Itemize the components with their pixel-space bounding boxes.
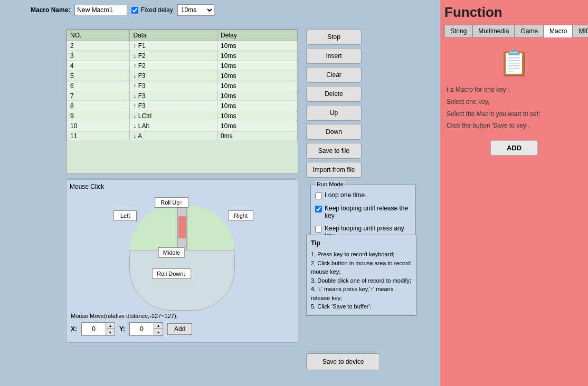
cell-no: 11: [67, 131, 130, 141]
cell-data: ↓ F3: [130, 91, 217, 101]
cell-delay: 10ms: [217, 51, 298, 61]
y-input[interactable]: [130, 323, 154, 335]
import-from-file-button[interactable]: Import from file: [306, 162, 362, 178]
cell-data: ↓ F3: [130, 71, 217, 81]
cell-data: ↑ F2: [130, 61, 217, 71]
x-input-wrap: ▲ ▼: [81, 322, 115, 336]
table-row[interactable]: 10 ↓ LAlt 10ms: [67, 121, 298, 131]
tip-item: 4, '↓' means press key,'↑' means release…: [311, 285, 412, 302]
table-row[interactable]: 2 ↑ F1 10ms: [67, 41, 298, 51]
table-row[interactable]: 7 ↓ F3 10ms: [67, 91, 298, 101]
cell-no: 4: [67, 61, 130, 71]
table-row[interactable]: 5 ↓ F3 10ms: [67, 71, 298, 81]
tab-game[interactable]: Game: [515, 25, 544, 37]
tip-item: 2, Click button in mouse area to record …: [311, 259, 412, 276]
function-title: Function: [444, 4, 502, 20]
mouse-visual-area: Roll Up↑ Left Middle Right Roll Down↓: [92, 195, 272, 311]
loop-one-checkbox[interactable]: [315, 192, 322, 199]
tip-item: 1, Press key to record keyboard;: [311, 250, 412, 259]
macro-table-container: NO. Data Delay 2 ↑ F1 10ms 3 ↓ F2 10ms 4…: [66, 29, 298, 174]
roll-down-btn[interactable]: Roll Down↓: [152, 268, 191, 279]
x-spin-down[interactable]: ▼: [106, 329, 115, 335]
buttons-panel: Stop Insert Clear Delete Up Down Save to…: [306, 29, 362, 178]
cell-delay: 10ms: [217, 111, 298, 121]
keep-looping-release-option[interactable]: Keep looping until release the key: [315, 205, 411, 219]
mouse-click-panel: Mouse Click Roll Up↑ Left: [66, 179, 298, 343]
mouse-body: [129, 205, 235, 311]
fixed-delay-checkbox[interactable]: [131, 7, 138, 14]
tip-item: 3, Double click one of record to modify;: [311, 276, 412, 285]
mouse-scroll-indicator: [178, 216, 186, 238]
y-spin-up[interactable]: ▲: [154, 323, 163, 329]
save-to-file-button[interactable]: Save to file: [306, 143, 362, 159]
tab-multimedia[interactable]: Multimedia: [472, 25, 515, 37]
middle-mouse-button[interactable]: Middle: [158, 247, 185, 258]
x-spinner: ▲ ▼: [106, 323, 115, 335]
tab-string[interactable]: String: [444, 25, 472, 37]
cell-no: 10: [67, 121, 130, 131]
roll-down-button[interactable]: Roll Down↓: [152, 268, 191, 279]
tab-midi[interactable]: MIDI: [573, 25, 588, 37]
clear-button[interactable]: Clear: [306, 67, 362, 83]
stop-button[interactable]: Stop: [306, 29, 362, 45]
insert-button[interactable]: Insert: [306, 48, 362, 64]
cell-no: 6: [67, 81, 130, 91]
cell-data: ↓ F2: [130, 51, 217, 61]
roll-up-btn[interactable]: Roll Up↑: [155, 197, 188, 208]
y-spin-down[interactable]: ▼: [154, 329, 163, 335]
add-macro-button[interactable]: ADD: [490, 140, 538, 156]
middle-btn[interactable]: Middle: [158, 247, 185, 258]
right-mouse-button[interactable]: Right: [228, 210, 253, 221]
table-row[interactable]: 6 ↑ F3 10ms: [67, 81, 298, 91]
delete-button[interactable]: Delete: [306, 86, 362, 102]
left-mouse-button[interactable]: Left: [113, 210, 137, 221]
mouse-middle-area: [177, 206, 187, 250]
delay-select[interactable]: 10ms 20ms 50ms 100ms: [177, 4, 214, 16]
instruction-2: Select one key,: [447, 96, 584, 108]
left-btn[interactable]: Left: [113, 210, 137, 221]
loop-one-option[interactable]: Loop one time: [315, 191, 411, 199]
table-row[interactable]: 8 ↑ F3 10ms: [67, 101, 298, 111]
up-button[interactable]: Up: [306, 105, 362, 121]
col-data: Data: [130, 30, 217, 41]
instruction-4: Click the button 'Save to key'.: [447, 120, 584, 132]
table-row[interactable]: 4 ↑ F2 10ms: [67, 61, 298, 71]
tip-box: Tip 1, Press key to record keyboard;2, C…: [306, 235, 417, 316]
mouse-right-area: [187, 206, 234, 250]
cell-data: ↓ LCtrl: [130, 111, 217, 121]
table-row[interactable]: 9 ↓ LCtrl 10ms: [67, 111, 298, 121]
tab-macro[interactable]: Macro: [544, 25, 573, 37]
table-row[interactable]: 11 ↓ A 0ms: [67, 131, 298, 141]
x-label: X:: [71, 325, 77, 333]
save-to-device-button[interactable]: Save to device: [306, 353, 380, 370]
macro-name-label: Macro Name:: [31, 6, 70, 14]
mouse-move-label: Mouse Move(relative distance,-127~127):: [71, 313, 293, 319]
tip-title: Tip: [311, 239, 412, 247]
cell-no: 7: [67, 91, 130, 101]
keep-looping-release-checkbox[interactable]: [315, 206, 322, 213]
right-btn[interactable]: Right: [228, 210, 253, 221]
cell-delay: 10ms: [217, 61, 298, 71]
macro-name-input[interactable]: [74, 5, 127, 15]
x-spin-up[interactable]: ▲: [106, 323, 115, 329]
cell-delay: 10ms: [217, 81, 298, 91]
macro-table: NO. Data Delay 2 ↑ F1 10ms 3 ↓ F2 10ms 4…: [67, 30, 298, 141]
down-button[interactable]: Down: [306, 124, 362, 140]
macro-name-row: Macro Name: Fixed delay 10ms 20ms 50ms 1…: [31, 4, 437, 16]
instruction-1: t a Macro for one key :: [447, 84, 584, 96]
cell-data: ↓ A: [130, 131, 217, 141]
cell-delay: 10ms: [217, 121, 298, 131]
cell-delay: 10ms: [217, 91, 298, 101]
roll-up-button[interactable]: Roll Up↑: [155, 197, 188, 208]
cell-no: 2: [67, 41, 130, 51]
run-mode-title: Run Mode: [315, 181, 345, 187]
x-input[interactable]: [82, 323, 106, 335]
cell-delay: 10ms: [217, 41, 298, 51]
keep-looping-press-checkbox[interactable]: [315, 226, 322, 233]
mouse-left-area: [130, 206, 177, 250]
y-label: Y:: [119, 325, 125, 333]
table-row[interactable]: 3 ↓ F2 10ms: [67, 51, 298, 61]
instruction-3: Select the Macro you want to set;: [447, 108, 584, 120]
macro-icon-area: 📋: [444, 48, 584, 78]
xy-add-button[interactable]: Add: [167, 323, 192, 335]
